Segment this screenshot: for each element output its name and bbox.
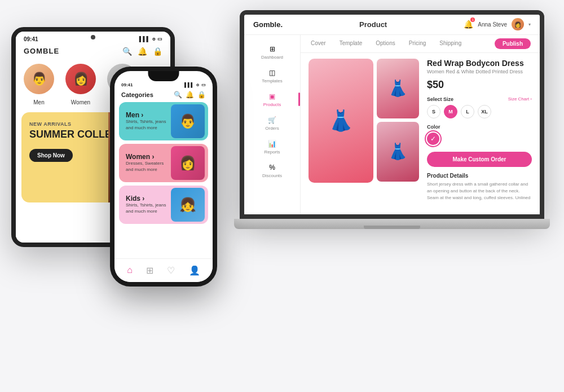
avatar-men-image: 👨 bbox=[24, 64, 54, 94]
avatar-women-label: Women bbox=[71, 99, 90, 105]
color-section: Color ✓ bbox=[427, 124, 532, 145]
size-s-button[interactable]: S bbox=[427, 105, 440, 118]
category-men[interactable]: Men › Shirts, Tshirts, jeans and much mo… bbox=[119, 102, 208, 140]
tablet-status-icons: ▌▌▌ ⌾ ▭ bbox=[139, 36, 162, 42]
phone-bottom-nav: ⌂ ⊞ ♡ 👤 bbox=[114, 258, 213, 282]
nav-grid-icon[interactable]: ⊞ bbox=[146, 265, 153, 276]
avatar-men[interactable]: 👨 Men bbox=[24, 64, 54, 107]
cat-men-name: Men › bbox=[126, 111, 171, 119]
app-main: Cover Template Options Pricing Shipping … bbox=[301, 35, 540, 214]
product-sub-image-1: 👗 bbox=[377, 59, 419, 118]
color-label: Color bbox=[427, 124, 532, 130]
sidebar-label-templates: Templates bbox=[262, 78, 282, 83]
nav-home-icon[interactable]: ⌂ bbox=[127, 265, 133, 275]
sidebar-item-products[interactable]: ▣ Products bbox=[244, 88, 300, 112]
color-check-icon: ✓ bbox=[427, 133, 439, 145]
topbar-right: 🔔 1 Anna Steve 👩 ▾ bbox=[464, 18, 531, 30]
tablet-header: GOMBLE 🔍 🔔 🔒 bbox=[16, 45, 170, 60]
dress-figure-sub2: 👗 bbox=[377, 122, 419, 182]
men-person-icon: 👨 bbox=[171, 104, 205, 138]
product-images: 👗 👗 👗 bbox=[309, 59, 419, 201]
notification-icon[interactable]: 🔔 bbox=[138, 47, 147, 56]
notification-wrapper: 🔔 1 bbox=[464, 19, 473, 29]
phone-status-icons: ▌▌▌ ⌾ ▭ bbox=[184, 82, 206, 87]
color-options: ✓ bbox=[427, 133, 532, 145]
sidebar-item-reports[interactable]: 📊 Reports bbox=[244, 135, 300, 159]
phone-device: 09:41 ▌▌▌ ⌾ ▭ Categories 🔍 🔔 🔒 Me bbox=[110, 67, 217, 287]
product-details-section: Product Details Short jersey dress with … bbox=[427, 173, 532, 201]
men-face-icon: 👨 bbox=[24, 64, 54, 94]
tab-options[interactable]: Options bbox=[374, 35, 396, 52]
phone-header-icons: 🔍 🔔 🔒 bbox=[174, 91, 206, 99]
sidebar-item-orders[interactable]: 🛒 Orders bbox=[244, 112, 300, 135]
size-xl-button[interactable]: XL bbox=[478, 105, 491, 118]
cart-icon[interactable]: 🔒 bbox=[153, 47, 162, 56]
product-details: Red Wrap Bodycon Dress Women Red & White… bbox=[427, 59, 532, 201]
reports-icon: 📊 bbox=[268, 140, 276, 148]
signal-icon: ▌▌▌ bbox=[139, 36, 150, 42]
dress-figure-main: 👗 bbox=[309, 59, 373, 183]
tab-template[interactable]: Template bbox=[338, 35, 364, 52]
shop-now-button[interactable]: Shop Now bbox=[29, 149, 73, 162]
phone-notch bbox=[148, 71, 179, 81]
wifi-icon: ⌾ bbox=[196, 82, 199, 87]
laptop-screen-container: Gomble. Product 🔔 1 Anna Steve 👩 ▾ bbox=[240, 10, 544, 219]
size-section: Select Size Size Chart › S M L XL bbox=[427, 96, 532, 118]
tab-pricing[interactable]: Pricing bbox=[408, 35, 428, 52]
laptop-device: Gomble. Product 🔔 1 Anna Steve 👩 ▾ bbox=[226, 10, 558, 247]
tab-cover[interactable]: Cover bbox=[310, 35, 327, 52]
phone-screen: 09:41 ▌▌▌ ⌾ ▭ Categories 🔍 🔔 🔒 Me bbox=[114, 71, 213, 282]
details-title: Product Details bbox=[427, 173, 532, 179]
nav-heart-icon[interactable]: ♡ bbox=[167, 265, 175, 276]
kids-person-icon: 👧 bbox=[171, 188, 205, 222]
sidebar-label-reports: Reports bbox=[264, 149, 280, 155]
sidebar-item-discounts[interactable]: % Discounts bbox=[244, 159, 300, 183]
notification-icon[interactable]: 🔔 bbox=[186, 91, 194, 99]
product-content: 👗 👗 👗 bbox=[301, 53, 540, 207]
signal-icon: ▌▌▌ bbox=[184, 82, 194, 87]
cat-kids-image: 👧 bbox=[171, 188, 205, 222]
battery-icon: ▭ bbox=[157, 36, 162, 42]
phone-header: Categories 🔍 🔔 🔒 bbox=[114, 90, 213, 102]
size-l-button[interactable]: L bbox=[461, 105, 474, 118]
discounts-icon: % bbox=[269, 164, 275, 171]
size-label: Select Size bbox=[427, 96, 453, 102]
custom-order-button[interactable]: Make Custom Order bbox=[427, 152, 532, 167]
sidebar-label-products: Products bbox=[263, 102, 281, 107]
wifi-icon: ⌾ bbox=[152, 36, 155, 42]
user-avatar[interactable]: 👩 bbox=[512, 18, 524, 30]
cat-women-image: 👩 bbox=[171, 146, 205, 180]
phone-header-title: Categories bbox=[121, 91, 153, 98]
color-red-dot[interactable]: ✓ bbox=[427, 133, 439, 145]
publish-button[interactable]: Publish bbox=[495, 38, 531, 49]
product-sub-image-2: 👗 bbox=[377, 122, 419, 182]
category-kids[interactable]: Kids › Shirts, Tshirts, jeans and much m… bbox=[119, 186, 208, 224]
size-m-button[interactable]: M bbox=[444, 105, 457, 118]
tablet-camera bbox=[91, 35, 95, 39]
templates-icon: ◫ bbox=[269, 69, 275, 77]
search-icon[interactable]: 🔍 bbox=[122, 47, 132, 56]
cat-women-sub: Dresses, Sweaters and much more bbox=[126, 161, 171, 173]
tablet-logo: GOMBLE bbox=[24, 47, 59, 55]
search-icon[interactable]: 🔍 bbox=[174, 91, 182, 99]
avatar-women[interactable]: 👩 Women bbox=[65, 64, 96, 107]
cat-men-sub: Shirts, Tshirts, jeans and much more bbox=[126, 119, 171, 131]
nav-person-icon[interactable]: 👤 bbox=[189, 265, 200, 276]
sidebar-item-templates[interactable]: ◫ Templates bbox=[244, 64, 300, 88]
tab-shipping[interactable]: Shipping bbox=[438, 35, 462, 52]
avatar-women-image: 👩 bbox=[65, 64, 96, 94]
tab-bar: Cover Template Options Pricing Shipping … bbox=[301, 35, 540, 53]
size-chart-link[interactable]: Size Chart › bbox=[508, 96, 532, 102]
avatar-men-label: Men bbox=[33, 99, 44, 105]
tablet-time: 09:41 bbox=[24, 36, 38, 42]
sidebar-label-dashboard: Dashboard bbox=[261, 55, 283, 60]
battery-icon: ▭ bbox=[201, 82, 206, 87]
category-women[interactable]: Women › Dresses, Sweaters and much more … bbox=[119, 144, 208, 182]
sidebar-item-dashboard[interactable]: ⊞ Dashboard bbox=[244, 41, 300, 64]
product-main-image: 👗 bbox=[309, 59, 373, 183]
cart-icon[interactable]: 🔒 bbox=[197, 91, 206, 99]
chevron-down-icon[interactable]: ▾ bbox=[528, 22, 531, 27]
details-text: Short jersey dress with a small gathered… bbox=[427, 181, 532, 201]
cat-women-text: Women › Dresses, Sweaters and much more bbox=[126, 153, 171, 173]
cat-men-text: Men › Shirts, Tshirts, jeans and much mo… bbox=[126, 111, 171, 131]
